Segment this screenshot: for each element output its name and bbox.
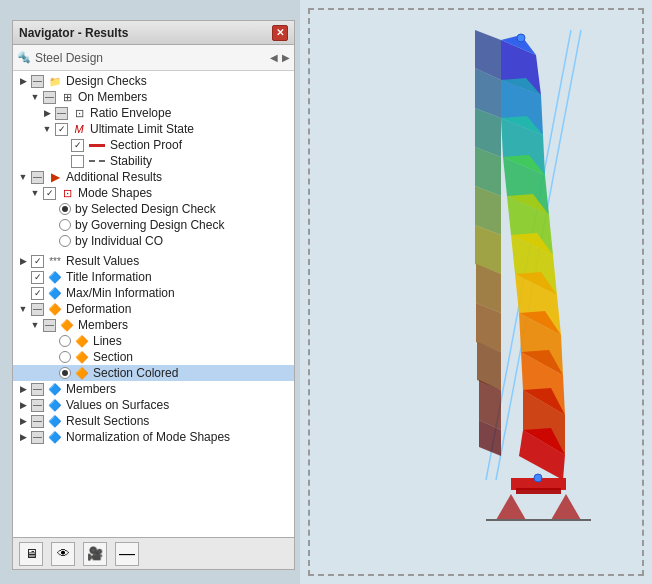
close-button[interactable]: ✕ <box>272 25 288 41</box>
checkbox-ratio-envelope[interactable] <box>55 107 68 120</box>
item-label: by Selected Design Check <box>75 202 216 216</box>
item-label: Title Information <box>66 270 152 284</box>
radio-by-governing[interactable] <box>59 219 71 231</box>
tree-item-lines[interactable]: 🔶 Lines <box>13 333 294 349</box>
checkbox-values-surfaces[interactable] <box>31 399 44 412</box>
expand-arrow <box>45 218 57 232</box>
item-label: Members <box>66 382 116 396</box>
tree-item-section[interactable]: 🔶 Section <box>13 349 294 365</box>
mode-shapes-icon: ⊡ <box>59 186 75 200</box>
additional-icon: ▶ <box>47 170 63 184</box>
checkbox-on-members[interactable] <box>43 91 56 104</box>
expand-arrow[interactable]: ▶ <box>17 414 29 428</box>
result-values-icon: *** <box>47 254 63 268</box>
expand-arrow <box>45 366 57 380</box>
item-label: On Members <box>78 90 147 104</box>
navigator-panel: Navigator - Results ✕ 🔩 Steel Design ◀ ▶… <box>12 20 295 570</box>
expand-arrow[interactable]: ▼ <box>17 170 29 184</box>
radio-by-individual[interactable] <box>59 235 71 247</box>
tree-item-normalization[interactable]: ▶ 🔷 Normalization of Mode Shapes <box>13 429 294 445</box>
members-sub-icon: 🔶 <box>59 318 75 332</box>
item-label: Ratio Envelope <box>90 106 171 120</box>
tree-item-on-members[interactable]: ▼ ⊞ On Members <box>13 89 294 105</box>
radio-lines[interactable] <box>59 335 71 347</box>
tree-item-members-top[interactable]: ▶ 🔷 Members <box>13 381 294 397</box>
item-label: Additional Results <box>66 170 162 184</box>
tree-item-section-colored[interactable]: 🔶 Section Colored <box>13 365 294 381</box>
expand-arrow[interactable]: ▶ <box>17 74 29 88</box>
expand-arrow[interactable]: ▼ <box>41 122 53 136</box>
bottom-toolbar: 🖥 👁 🎥 — <box>13 537 294 569</box>
tree-item-result-values[interactable]: ▶ *** Result Values <box>13 253 294 269</box>
checkbox-normalization[interactable] <box>31 431 44 444</box>
tree-item-by-governing[interactable]: by Governing Design Check <box>13 217 294 233</box>
item-label: Section <box>93 350 133 364</box>
item-label: Result Values <box>66 254 139 268</box>
tree-item-mode-shapes[interactable]: ▼ ⊡ Mode Shapes <box>13 185 294 201</box>
result-sections-icon: 🔷 <box>47 414 63 428</box>
checkbox-additional-results[interactable] <box>31 171 44 184</box>
section-colored-icon: 🔶 <box>74 366 90 380</box>
display-button[interactable]: 🖥 <box>19 542 43 566</box>
checkbox-maxmin-info[interactable] <box>31 287 44 300</box>
item-label: Members <box>78 318 128 332</box>
panel-titlebar: Navigator - Results ✕ <box>13 21 294 45</box>
item-label: Result Sections <box>66 414 149 428</box>
item-label: by Governing Design Check <box>75 218 224 232</box>
tree-item-result-sections[interactable]: ▶ 🔷 Result Sections <box>13 413 294 429</box>
section-icon: 🔶 <box>74 350 90 364</box>
radio-by-selected[interactable] <box>59 203 71 215</box>
expand-arrow[interactable]: ▶ <box>17 382 29 396</box>
tree-item-section-proof[interactable]: Section Proof <box>13 137 294 153</box>
expand-arrow[interactable]: ▼ <box>29 90 41 104</box>
uls-icon: M <box>71 122 87 136</box>
tree-item-title-info[interactable]: 🔷 Title Information <box>13 269 294 285</box>
checkbox-result-values[interactable] <box>31 255 44 268</box>
expand-arrow[interactable]: ▶ <box>17 254 29 268</box>
tree-item-additional-results[interactable]: ▼ ▶ Additional Results <box>13 169 294 185</box>
toolbar-prev-button[interactable]: ◀ <box>270 52 278 63</box>
tree-item-deformation[interactable]: ▼ 🔶 Deformation <box>13 301 294 317</box>
tree-item-design-checks[interactable]: ▶ 📁 Design Checks <box>13 73 294 89</box>
members-top-icon: 🔷 <box>47 382 63 396</box>
checkbox-title-info[interactable] <box>31 271 44 284</box>
tree-item-members-sub[interactable]: ▼ 🔶 Members <box>13 317 294 333</box>
expand-arrow[interactable]: ▼ <box>29 186 41 200</box>
tree-item-by-selected[interactable]: by Selected Design Check <box>13 201 294 217</box>
checkbox-members-sub[interactable] <box>43 319 56 332</box>
checkbox-section-proof[interactable] <box>71 139 84 152</box>
beam-visualization <box>300 0 652 584</box>
tree-item-values-surfaces[interactable]: ▶ 🔷 Values on Surfaces <box>13 397 294 413</box>
tree-item-ultimate-limit[interactable]: ▼ M Ultimate Limit State <box>13 121 294 137</box>
expand-arrow[interactable]: ▶ <box>17 398 29 412</box>
tree-item-stability[interactable]: Stability <box>13 153 294 169</box>
expand-arrow[interactable]: ▶ <box>17 430 29 444</box>
item-label: Max/Min Information <box>66 286 175 300</box>
checkbox-mode-shapes[interactable] <box>43 187 56 200</box>
checkbox-result-sections[interactable] <box>31 415 44 428</box>
checkbox-stability[interactable] <box>71 155 84 168</box>
view-button[interactable]: 👁 <box>51 542 75 566</box>
checkbox-ultimate-limit[interactable] <box>55 123 68 136</box>
tree-item-ratio-envelope[interactable]: ▶ ⊡ Ratio Envelope <box>13 105 294 121</box>
item-label: by Individual CO <box>75 234 163 248</box>
checkbox-design-checks[interactable] <box>31 75 44 88</box>
expand-arrow[interactable]: ▶ <box>41 106 53 120</box>
item-label: Values on Surfaces <box>66 398 169 412</box>
checkbox-members-top[interactable] <box>31 383 44 396</box>
tree-item-by-individual[interactable]: by Individual CO <box>13 233 294 249</box>
camera-button[interactable]: 🎥 <box>83 542 107 566</box>
expand-arrow <box>17 286 29 300</box>
measure-button[interactable]: — <box>115 542 139 566</box>
radio-section[interactable] <box>59 351 71 363</box>
expand-arrow[interactable]: ▼ <box>29 318 41 332</box>
tree-item-maxmin-info[interactable]: 🔷 Max/Min Information <box>13 285 294 301</box>
svg-marker-26 <box>496 494 526 520</box>
radio-section-colored[interactable] <box>59 367 71 379</box>
checkbox-deformation[interactable] <box>31 303 44 316</box>
expand-arrow[interactable]: ▼ <box>17 302 29 316</box>
toolbar-next-button[interactable]: ▶ <box>282 52 290 63</box>
design-icon: ⊞ <box>59 90 75 104</box>
values-surfaces-icon: 🔷 <box>47 398 63 412</box>
svg-point-29 <box>517 34 525 42</box>
